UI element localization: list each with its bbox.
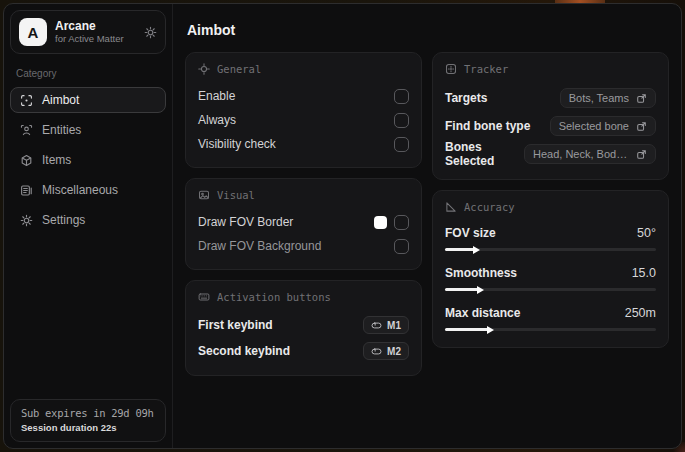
setting-row: Draw FOV Border bbox=[198, 211, 409, 233]
gear-icon[interactable] bbox=[144, 26, 157, 39]
app-titles: Arcane for Active Matter bbox=[55, 19, 136, 45]
draw-fov-background-checkbox[interactable] bbox=[394, 239, 409, 254]
sidebar-item-entities[interactable]: Entities bbox=[10, 117, 166, 143]
scan-crosshair-icon bbox=[20, 94, 33, 107]
expand-icon bbox=[636, 149, 647, 160]
card-title: Activation buttons bbox=[217, 291, 331, 303]
general-card-header: General bbox=[198, 63, 409, 75]
first-keybind-button[interactable]: M1 bbox=[363, 316, 409, 334]
slider-value: 250m bbox=[625, 306, 656, 320]
app-window: A Arcane for Active Matter Category bbox=[3, 3, 682, 449]
sidebar-item-label: Entities bbox=[42, 123, 81, 137]
card-title: Visual bbox=[217, 189, 255, 201]
tracker-label: Bones Selected bbox=[445, 140, 524, 168]
tracker-card: Tracker Targets Bots, Teams bbox=[432, 52, 669, 180]
expand-icon bbox=[636, 93, 647, 104]
entities-icon bbox=[20, 124, 33, 137]
visibility-check-checkbox[interactable] bbox=[394, 137, 409, 152]
slider-thumb[interactable] bbox=[477, 286, 484, 294]
crosshair-icon bbox=[198, 63, 210, 75]
slider-label: Max distance bbox=[445, 306, 520, 320]
draw-fov-border-checkbox[interactable] bbox=[394, 215, 409, 230]
sidebar-item-label: Items bbox=[42, 153, 71, 167]
tracker-label: Find bone type bbox=[445, 119, 530, 133]
accuracy-card: Accuracy FOV size 50° bbox=[432, 190, 669, 348]
activation-card-header: Activation buttons bbox=[198, 291, 409, 303]
keyboard-icon bbox=[198, 291, 210, 303]
accuracy-card-header: Accuracy bbox=[445, 201, 656, 213]
sidebar-item-items[interactable]: Items bbox=[10, 147, 166, 173]
slider-label: Smoothness bbox=[445, 266, 517, 280]
tracker-label: Targets bbox=[445, 91, 487, 105]
slider-fill bbox=[445, 328, 489, 331]
targets-select[interactable]: Bots, Teams bbox=[560, 88, 656, 108]
setting-row: Always bbox=[198, 109, 409, 131]
card-title: General bbox=[217, 63, 261, 75]
keybind-row: First keybind M1 bbox=[198, 313, 409, 337]
sidebar-item-label: Aimbot bbox=[42, 93, 79, 107]
sidebar-item-miscellaneous[interactable]: Miscellaneous bbox=[10, 177, 166, 203]
slider-fill bbox=[445, 288, 479, 291]
angle-icon bbox=[445, 201, 457, 213]
sidebar-item-settings[interactable]: Settings bbox=[10, 207, 166, 233]
main-content: Aimbot General Enable bbox=[173, 4, 681, 448]
enable-checkbox[interactable] bbox=[394, 89, 409, 104]
tracker-row: Find bone type Selected bone bbox=[445, 113, 656, 139]
sidebar-nav: Aimbot Entities bbox=[10, 87, 166, 233]
slider-thumb[interactable] bbox=[487, 326, 494, 334]
tracker-row: Targets Bots, Teams bbox=[445, 85, 656, 111]
sidebar: A Arcane for Active Matter Category bbox=[4, 4, 172, 448]
keybind-label: Second keybind bbox=[198, 344, 290, 358]
keybind-value: M1 bbox=[387, 320, 401, 331]
list-icon bbox=[20, 184, 33, 197]
sidebar-item-aimbot[interactable]: Aimbot bbox=[10, 87, 166, 113]
slider-value: 15.0 bbox=[632, 266, 656, 280]
activation-card: Activation buttons First keybind bbox=[185, 280, 422, 376]
slider-value: 50° bbox=[637, 226, 656, 240]
subscription-box: Sub expires in 29d 09h Session duration … bbox=[10, 399, 166, 442]
slider-thumb[interactable] bbox=[473, 246, 480, 254]
smoothness-slider[interactable] bbox=[445, 285, 656, 295]
sub-expires-text: Sub expires in 29d 09h bbox=[21, 407, 155, 419]
always-checkbox[interactable] bbox=[394, 113, 409, 128]
keybind-row: Second keybind M2 bbox=[198, 339, 409, 363]
target-icon bbox=[445, 63, 457, 75]
setting-label: Visibility check bbox=[198, 137, 276, 151]
sidebar-item-label: Settings bbox=[42, 213, 85, 227]
sidebar-header: A Arcane for Active Matter bbox=[10, 10, 166, 54]
cube-icon bbox=[20, 154, 33, 167]
app-logo: A bbox=[19, 18, 47, 46]
max-distance-slider[interactable] bbox=[445, 325, 656, 335]
setting-row: Draw FOV Background bbox=[198, 235, 409, 257]
find-bone-type-select[interactable]: Selected bone bbox=[550, 116, 656, 136]
card-title: Tracker bbox=[464, 63, 508, 75]
expand-icon bbox=[636, 121, 647, 132]
setting-row: Enable bbox=[198, 85, 409, 107]
smoothness-group: Smoothness 15.0 bbox=[445, 263, 656, 295]
max-distance-group: Max distance 250m bbox=[445, 303, 656, 335]
setting-label: Draw FOV Border bbox=[198, 215, 293, 229]
visual-card: Visual Draw FOV Border Draw FOV Backgrou… bbox=[185, 178, 422, 270]
page-title: Aimbot bbox=[187, 22, 669, 38]
visual-card-header: Visual bbox=[198, 189, 409, 201]
fov-size-slider[interactable] bbox=[445, 245, 656, 255]
select-value: Bots, Teams bbox=[569, 92, 629, 104]
slider-label: FOV size bbox=[445, 226, 496, 240]
setting-label: Draw FOV Background bbox=[198, 239, 321, 253]
mouse-icon bbox=[371, 320, 382, 331]
category-label: Category bbox=[16, 68, 160, 79]
keybind-label: First keybind bbox=[198, 318, 273, 332]
fov-border-color-swatch[interactable] bbox=[374, 216, 387, 229]
right-column: Tracker Targets Bots, Teams bbox=[432, 52, 669, 348]
app-subtitle: for Active Matter bbox=[55, 33, 136, 45]
keybind-value: M2 bbox=[387, 346, 401, 357]
bones-selected-select[interactable]: Head, Neck, Body, Pe... bbox=[524, 144, 656, 164]
second-keybind-button[interactable]: M2 bbox=[363, 342, 409, 360]
fov-size-group: FOV size 50° bbox=[445, 223, 656, 255]
mouse-icon bbox=[371, 346, 382, 357]
setting-label: Always bbox=[198, 113, 236, 127]
app-name: Arcane bbox=[55, 19, 136, 33]
left-column: General Enable Always Visibility check bbox=[185, 52, 422, 376]
setting-row: Visibility check bbox=[198, 133, 409, 155]
gear-icon bbox=[20, 214, 33, 227]
